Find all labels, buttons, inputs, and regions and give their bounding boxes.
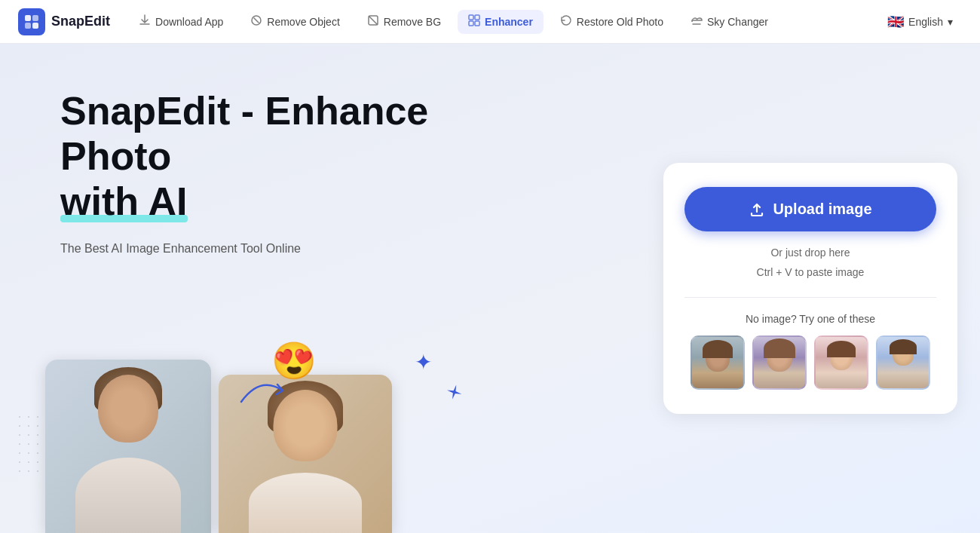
hero-subtitle: The Best AI Image Enhancement Tool Onlin… (60, 242, 618, 256)
demo-images: 😍 ✦ (45, 360, 392, 533)
right-panel: Upload image Or just drop here Ctrl + V … (648, 44, 980, 533)
nav-sky-changer[interactable]: Sky Changer (680, 10, 779, 34)
svg-rect-1 (32, 15, 38, 21)
enhancer-icon (468, 14, 480, 29)
divider (684, 297, 936, 298)
sample-image-4[interactable] (876, 335, 930, 390)
svg-rect-8 (475, 15, 479, 20)
demo-before-image (45, 360, 211, 533)
svg-rect-9 (469, 21, 473, 26)
hero-title: SnapEdit - Enhance Photo with AI (60, 89, 618, 224)
nav-remove-bg[interactable]: Remove BG (357, 10, 452, 34)
nav-download-app[interactable]: Download App (128, 10, 234, 34)
nav-restore-old-photo[interactable]: Restore Old Photo (550, 10, 674, 34)
navbar: SnapEdit Download App Remove Object Remo… (0, 0, 980, 44)
svg-line-5 (254, 18, 259, 23)
upload-hint: Or just drop here Ctrl + V to paste imag… (684, 244, 936, 281)
remove-object-icon (250, 14, 262, 29)
sample-image-2[interactable] (752, 335, 807, 390)
svg-rect-0 (25, 15, 31, 21)
svg-rect-10 (475, 21, 479, 26)
sky-icon (691, 14, 703, 29)
portrait-head (98, 375, 158, 443)
hero-section: SnapEdit - Enhance Photo with AI The Bes… (0, 44, 648, 533)
svg-rect-3 (32, 23, 38, 29)
sample-images-row (684, 335, 936, 390)
svg-rect-7 (469, 15, 473, 20)
language-selector[interactable]: 🇬🇧 English ▾ (878, 9, 962, 35)
portrait-body (75, 458, 181, 533)
sample-image-3[interactable] (814, 335, 868, 390)
remove-bg-icon (367, 14, 379, 29)
logo-icon (18, 8, 45, 35)
restore-icon (560, 14, 572, 29)
logo-text: SnapEdit (51, 14, 110, 29)
sample-image-1[interactable] (691, 335, 745, 390)
sparkle-icon-2 (443, 381, 466, 406)
heart-emoji: 😍 (271, 340, 317, 382)
flag-icon: 🇬🇧 (887, 14, 904, 30)
main-content: SnapEdit - Enhance Photo with AI The Bes… (0, 44, 980, 533)
upload-card: Upload image Or just drop here Ctrl + V … (663, 163, 957, 413)
download-icon (139, 14, 151, 29)
upload-icon (749, 201, 765, 218)
portrait-body-after (249, 473, 362, 533)
sample-label: No image? Try one of these (684, 313, 936, 325)
nav-remove-object[interactable]: Remove Object (240, 10, 350, 34)
sparkle-icon-1: ✦ (415, 350, 432, 375)
nav-enhancer[interactable]: Enhancer (458, 10, 544, 34)
svg-rect-2 (25, 23, 31, 29)
chevron-down-icon: ▾ (948, 16, 953, 28)
logo[interactable]: SnapEdit (18, 8, 110, 35)
upload-image-button[interactable]: Upload image (684, 187, 936, 231)
